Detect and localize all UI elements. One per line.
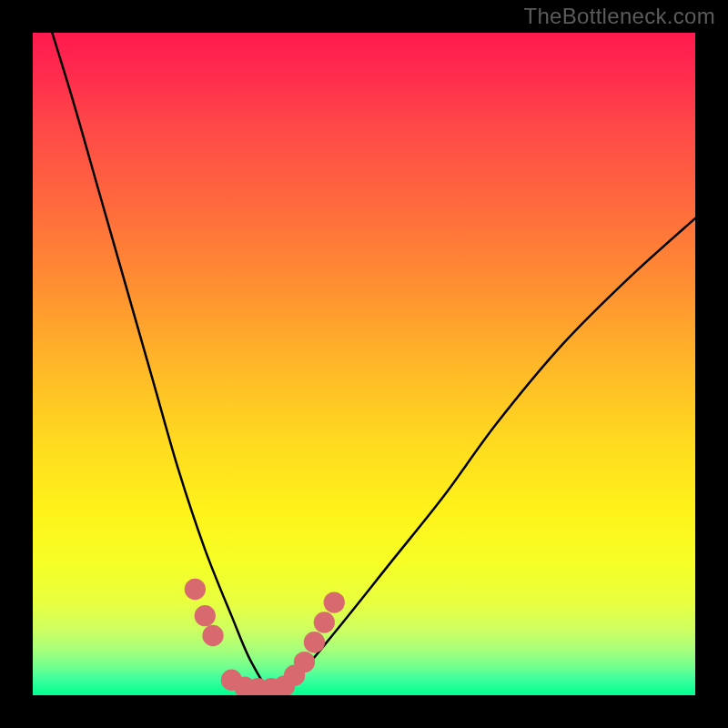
highlight-dot [304, 632, 325, 652]
bottleneck-curve-path [46, 33, 695, 689]
highlight-dot [294, 652, 315, 672]
curve-overlay [33, 33, 695, 695]
plot-area [33, 33, 695, 695]
highlight-dot [185, 579, 206, 600]
highlight-dot [324, 592, 345, 612]
watermark-label: TheBottleneck.com [523, 4, 715, 29]
highlight-dots-group [185, 579, 345, 695]
highlight-dot [195, 605, 216, 626]
highlight-dot [202, 625, 223, 646]
highlight-dot [314, 612, 335, 632]
chart-frame: TheBottleneck.com [0, 0, 728, 728]
